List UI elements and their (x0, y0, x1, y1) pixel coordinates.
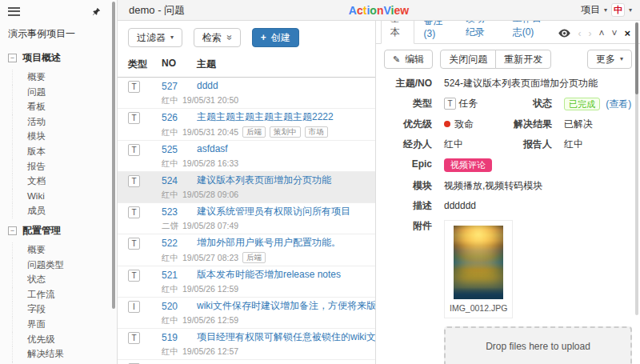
issue-subject-link[interactable]: 建议版本列表页面增加分页功能 (197, 175, 370, 186)
sidebar-item[interactable]: 活动 (12, 114, 117, 130)
sidebar-item[interactable]: 成员 (12, 203, 117, 218)
issue-row[interactable]: T 523 建议系统管理员有权限访问所有项目 二饼 19/05/28 07:49 (118, 203, 375, 234)
pin-icon[interactable] (92, 7, 101, 16)
sidebar-item[interactable]: 优先级 (12, 332, 117, 347)
issue-row[interactable]: T 521 版本发布时能否增加release notes 红中 19/05/26… (118, 266, 375, 298)
issue-subject-link[interactable]: wiki文件保存时建议增加备注，方便将来版本查看 (197, 301, 376, 311)
close-icon[interactable]: × (624, 30, 630, 38)
sidebar-item[interactable]: 问题 (12, 85, 117, 100)
issue-no-link[interactable]: 524 (162, 175, 178, 186)
sidebar-item[interactable]: 报告 (12, 159, 117, 174)
description-label: 描述 (376, 200, 432, 212)
next-issue-icon[interactable]: › (588, 30, 591, 38)
issue-no-link[interactable]: 519 (162, 332, 178, 343)
sidebar-item[interactable]: 字段 (12, 302, 117, 317)
issue-reporter: 二饼 (162, 221, 178, 231)
filter-button[interactable]: 过滤器 ▾ (128, 28, 182, 47)
detail-tab-2[interactable]: 改动纪录 (456, 21, 503, 44)
issue-reporter: 红中 (162, 127, 178, 138)
issue-row[interactable]: I 520 wiki文件保存时建议增加备注，方便将来版本查看 红中 19/05/… (118, 298, 375, 329)
issue-no-link[interactable]: 523 (162, 206, 178, 218)
sidebar-item[interactable]: 问题类型 (12, 258, 117, 273)
reopen-button[interactable]: 重新开发 (495, 50, 551, 69)
project-menu[interactable]: 项目 (581, 3, 600, 17)
sidebar-item[interactable]: 工作流 (12, 287, 117, 302)
hamburger-menu-icon[interactable] (8, 5, 20, 18)
assignee-label: 经办人 (376, 138, 432, 150)
sidebar-item[interactable]: 文档 (12, 174, 117, 189)
issue-row[interactable]: T 525 asfdasf 红中 19/05/28 16:33 (118, 141, 375, 172)
issue-meta: 红中 19/05/28 09:06 (162, 190, 370, 200)
issue-subject-link[interactable]: dddd (197, 81, 370, 91)
issue-no-link[interactable]: 521 (162, 270, 178, 281)
detail-tab-3[interactable]: 工作日志(0) (503, 21, 559, 44)
attachment-card[interactable]: IMG_0012.JPG (444, 220, 513, 318)
col-no: NO (162, 58, 197, 71)
issue-subject-link[interactable]: 项目经理有权限可解锁任意被锁住的wiki文件 (197, 332, 376, 342)
issue-detail-panel: 基本备注(3)改动纪录工作日志(0) ‹ › ˄ ˅ × ✎ 编辑 关闭问题 重… (376, 21, 640, 364)
issue-time: 19/05/28 07:49 (182, 221, 238, 231)
type-label: 类型 (376, 98, 432, 110)
sidebar-item[interactable]: 模块 (12, 129, 117, 144)
issue-row[interactable]: T 519 项目经理有权限可解锁任意被锁住的wiki文件 红中 19/05/26… (118, 329, 375, 360)
sidebar-item[interactable]: 看板 (12, 99, 117, 114)
sidebar-section-header[interactable]: − 配置管理 (0, 218, 117, 242)
user-avatar[interactable]: 中 (611, 3, 625, 17)
detail-tab-1[interactable]: 备注(3) (414, 21, 456, 44)
issue-subject-link[interactable]: 建议系统管理员有权限访问所有项目 (197, 206, 370, 217)
issue-no-link[interactable]: 520 (162, 301, 178, 312)
issue-reporter: 红中 (162, 158, 178, 169)
issue-row[interactable]: B 518 11 红中 19/05/25 09:02 市场mm (118, 360, 375, 364)
issue-type-badge: T (128, 332, 140, 344)
detail-tab-0[interactable]: 基本 (381, 21, 414, 44)
collapse-icon[interactable]: − (8, 54, 17, 62)
module-label: 模块 (376, 180, 432, 192)
issue-no-link[interactable]: 525 (162, 144, 178, 155)
issue-no-link[interactable]: 526 (162, 112, 178, 123)
issue-row[interactable]: T 524 建议版本列表页面增加分页功能 红中 19/05/28 09:06 (118, 172, 375, 203)
issue-row[interactable]: T 522 增加外部用户账号用户配置功能。 红中 19/05/27 08:23 … (118, 234, 375, 266)
sidebar-item[interactable]: 概要 (12, 70, 117, 85)
issue-row[interactable]: T 527 dddd 红中 19/05/31 20:50 (118, 78, 375, 109)
sidebar-item[interactable]: 状态 (12, 272, 117, 287)
more-button[interactable]: 更多 ▾ (587, 50, 632, 69)
issue-type-badge: T (128, 81, 140, 93)
detail-actions: ✎ 编辑 关闭问题 重新开发 更多 ▾ (376, 44, 640, 74)
expand-down-icon[interactable]: ˅ (611, 30, 617, 38)
prev-issue-icon[interactable]: ‹ (578, 30, 581, 38)
sidebar-item[interactable]: 界面 (12, 317, 117, 332)
sidebar-item[interactable]: 版本 (12, 144, 117, 159)
actionview-logo[interactable]: ActionView (349, 4, 409, 17)
issue-time: 19/05/27 08:23 (182, 253, 238, 263)
issue-subject-link[interactable]: 版本发布时能否增加release notes (197, 270, 370, 280)
issue-no-link[interactable]: 522 (162, 238, 178, 249)
watch-eye-icon[interactable] (558, 29, 570, 38)
collapse-icon[interactable]: − (8, 226, 17, 235)
sidebar-item[interactable]: 概要 (12, 242, 117, 258)
upload-dropzone[interactable]: Drop files here to upload (444, 326, 632, 364)
issue-row[interactable]: T 526 主题主题主题主题主题主题2222 红中 19/05/31 20:45… (118, 109, 375, 141)
search-button[interactable]: 检索 « (194, 28, 241, 47)
status-view-link[interactable]: (查看) (606, 98, 631, 110)
edit-button[interactable]: ✎ 编辑 (384, 50, 433, 69)
project-name[interactable]: 演示事例项目一 (0, 21, 117, 46)
issue-meta: 红中 19/05/27 08:23 后端 (162, 252, 370, 263)
sidebar-scrollbar[interactable] (112, 2, 115, 309)
detail-fields: 主题/NO 524-建议版本列表页面增加分页功能 类型 T 任务 状态 已完成 … (376, 74, 640, 318)
issue-type-badge: T (128, 144, 140, 156)
issue-no-link[interactable]: 527 (162, 81, 178, 92)
module-value: 视频播放,视频转码模块 (444, 180, 542, 192)
sidebar-item[interactable]: 解决结果 (12, 346, 117, 362)
issue-type-badge: T (128, 112, 140, 124)
issue-subject-link[interactable]: 增加外部用户账号用户配置功能。 (197, 238, 370, 248)
close-issue-button[interactable]: 关闭问题 (440, 50, 496, 69)
create-button[interactable]: + 创建 (252, 28, 299, 47)
issue-subject-link[interactable]: 主题主题主题主题主题主题2222 (197, 112, 370, 122)
detail-scrollbar-thumb[interactable] (635, 22, 638, 94)
issue-subject-link[interactable]: asfdasf (197, 144, 370, 154)
pencil-icon: ✎ (393, 54, 400, 65)
issue-tag: 后端 (242, 126, 266, 138)
sidebar-section-header[interactable]: − 项目概述 (0, 46, 117, 70)
collapse-up-icon[interactable]: ˄ (598, 30, 604, 38)
sidebar-item[interactable]: Wiki (12, 189, 117, 204)
